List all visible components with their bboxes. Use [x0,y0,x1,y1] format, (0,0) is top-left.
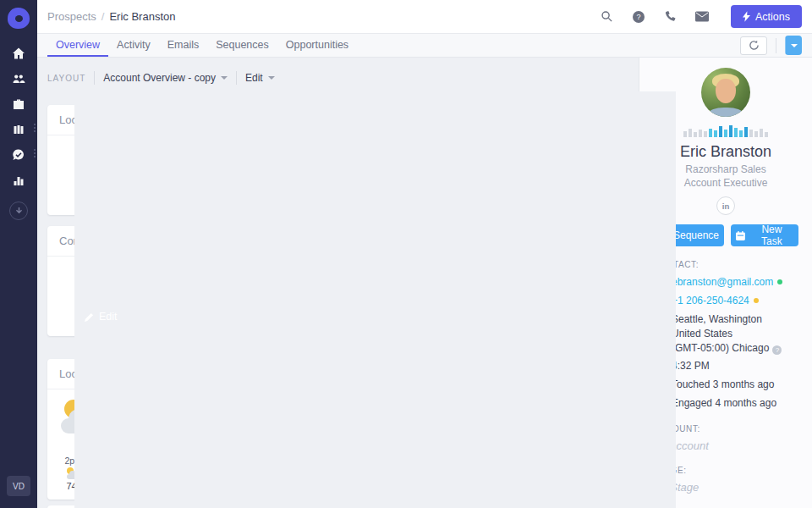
refresh-button[interactable] [740,36,767,55]
tab-emails[interactable]: Emails [159,34,208,57]
prospect-email-link[interactable]: ebranston@gmail.com [672,276,773,288]
actions-button[interactable]: Actions [731,5,802,28]
mail-icon [695,11,709,22]
people-icon [12,72,25,86]
refresh-icon [749,40,760,51]
sparkline-bar [754,131,759,137]
sparkline-bar [734,128,738,137]
sparkline-bar [694,132,698,137]
app-logo-icon[interactable] [8,8,30,29]
linkedin-button[interactable]: in [716,196,735,215]
divider [236,71,237,85]
sparkline-bar [719,126,723,137]
sparkline-bar [729,125,733,137]
sparkline-bar [699,130,703,137]
sparkline-bar [744,127,749,137]
page-title: Eric Branston [109,10,175,23]
sparkline-bar [760,129,764,137]
layout-bar: LAYOUT Account Overview - copy Edit [47,69,275,86]
sidebar-item-conversations[interactable] [0,142,37,168]
sparkline-bar [714,130,718,137]
top-header: Prospects / Eric Branston ? Actions [37,0,812,34]
new-task-button[interactable]: New Task [731,224,798,246]
sparkline-bar [709,129,713,137]
home-icon [12,47,25,60]
sparkline-bar [724,130,728,137]
chevron-down-icon [221,76,228,80]
layout-edit-menu[interactable]: Edit [245,72,275,84]
bar-chart-icon [12,174,25,187]
layout-label: LAYOUT [47,74,85,83]
phone-button[interactable] [664,10,677,23]
cadence-book-icon [12,123,25,136]
chat-check-icon [12,148,25,162]
touched-status: Touched 3 months ago [672,378,774,392]
prospect-location: Seattle, Washington United States (GMT-0… [672,312,782,355]
lightning-icon [743,11,750,22]
overflow-dots [34,124,36,132]
prospect-role: Account Executive [684,177,768,189]
divider [94,71,95,85]
search-icon [601,10,613,23]
sparkline-bar [739,130,743,137]
tab-opportunities[interactable]: Opportunities [277,34,357,57]
sparkline-bar [749,130,754,137]
edit-dropdown-caret[interactable] [785,36,802,55]
search-button[interactable] [601,10,613,23]
layout-view-select[interactable]: Account Overview - copy [103,72,228,84]
download-icon [14,207,24,216]
prospect-phone-link[interactable]: +1 206-250-4624 [672,295,749,306]
sidebar-item-accounts[interactable] [0,91,37,117]
divider [776,38,776,53]
user-avatar[interactable]: VD [7,476,30,496]
overflow-dots [34,149,36,157]
svg-text:?: ? [636,13,640,21]
tab-sequences[interactable]: Sequences [207,34,277,57]
sparkline-bar [765,132,769,137]
prospect-local-time: 4:32 PM [672,359,710,373]
tab-activity[interactable]: Activity [108,34,159,57]
tab-bar: Overview Activity Emails Sequences Oppor… [37,34,812,58]
phone-icon [664,10,677,23]
briefcase-icon [12,97,25,111]
breadcrumb-prospects[interactable]: Prospects [47,10,96,23]
edit-split-button[interactable]: Edit [785,36,802,55]
breadcrumb-separator: / [102,10,105,23]
help-icon: ? [632,10,645,24]
email-status-dot [777,279,782,284]
sparkline-bar [689,129,693,137]
help-button[interactable]: ? [632,10,645,24]
chevron-down-icon [268,76,275,80]
prospect-company: Razorsharp Sales [685,163,765,175]
tab-overview[interactable]: Overview [47,34,108,57]
sparkline-bar [683,131,688,137]
sidebar-item-people[interactable] [0,66,37,91]
sidebar-item-cadences[interactable] [0,117,37,142]
engaged-status: Engaged 4 months ago [672,396,776,411]
download-button[interactable] [9,202,28,220]
sidebar-item-analytics[interactable] [0,168,37,193]
phone-status-dot [754,298,759,303]
timezone-help-icon[interactable]: ? [772,345,782,355]
sidebar-item-home[interactable] [0,41,37,66]
email-button[interactable] [695,11,709,22]
prospect-photo[interactable] [701,68,750,117]
calendar-icon [736,231,745,240]
app-sidebar: VD [0,0,37,508]
sparkline-bar [704,131,708,137]
